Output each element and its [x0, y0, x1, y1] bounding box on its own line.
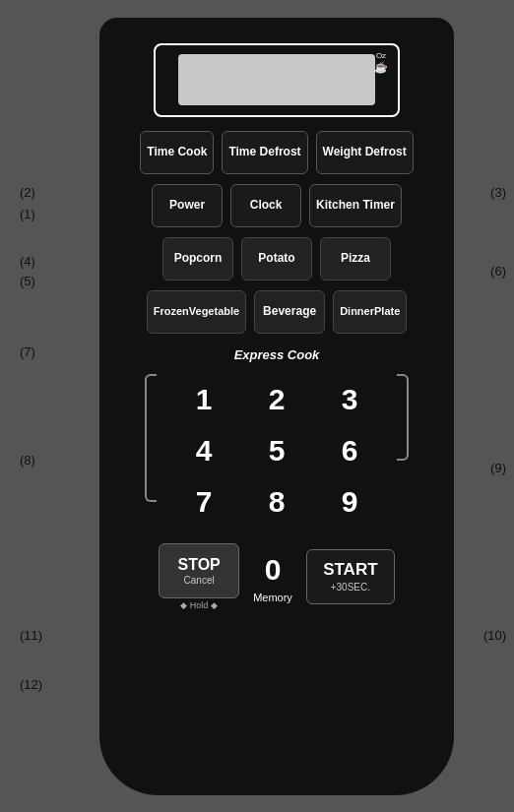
- express-cook-label: Express Cook: [129, 347, 424, 362]
- display-screen: [178, 54, 375, 105]
- popcorn-button[interactable]: Popcorn: [162, 237, 233, 281]
- microwave-panel: Oz ☕ Time Cook Time Defrost Weight Defro…: [99, 18, 454, 795]
- frozen-vegetable-button[interactable]: FrozenVegetable: [147, 290, 246, 334]
- dinner-plate-button[interactable]: DinnerPlate: [333, 290, 407, 334]
- pizza-button[interactable]: Pizza: [320, 237, 391, 281]
- annotation-9: (9): [490, 461, 506, 475]
- power-button[interactable]: Power: [152, 184, 223, 227]
- num-9-button[interactable]: 9: [322, 480, 377, 524]
- numpad-row2: 4 5 6: [129, 425, 424, 476]
- annotation-11: (11): [20, 628, 42, 643]
- num-5-button[interactable]: 5: [249, 429, 304, 472]
- clock-button[interactable]: Clock: [230, 184, 301, 227]
- hold-icon-left: ◆: [180, 600, 187, 610]
- annotation-4: (4): [20, 254, 35, 269]
- num-0-button[interactable]: 0: [265, 550, 282, 590]
- numpad-area: 1 2 3 4 5 6 7 8 9: [129, 374, 424, 528]
- weight-defrost-button[interactable]: Weight Defrost: [316, 131, 414, 174]
- cup-icon: ☕: [374, 61, 388, 74]
- potato-button[interactable]: Potato: [241, 237, 312, 281]
- annotation-12: (12): [20, 677, 42, 692]
- display-area: Oz ☕: [154, 43, 400, 117]
- hold-area: ◆ Hold ◆: [180, 600, 219, 610]
- annotation-1: (1): [20, 207, 35, 221]
- stop-text: STOP: [177, 556, 220, 574]
- num-6-button[interactable]: 6: [322, 429, 377, 472]
- time-cook-button[interactable]: Time Cook: [140, 131, 214, 174]
- time-defrost-button[interactable]: Time Defrost: [222, 131, 307, 174]
- start-text: START: [323, 560, 377, 580]
- bottom-row: STOP Cancel ◆ Hold ◆ 0 Memory START +30S…: [129, 543, 424, 610]
- row4: FrozenVegetable Beverage DinnerPlate: [129, 290, 424, 334]
- memory-label: Memory: [253, 592, 292, 603]
- numpad-row1: 1 2 3: [129, 374, 424, 425]
- row1: Time Cook Time Defrost Weight Defrost: [129, 131, 424, 174]
- plus30-text: +30SEC.: [331, 582, 370, 593]
- annotation-2: (2): [20, 185, 35, 200]
- beverage-button[interactable]: Beverage: [254, 290, 325, 334]
- cancel-text: Cancel: [184, 575, 215, 586]
- numpad-bracket-left: [145, 374, 157, 502]
- num-8-button[interactable]: 8: [249, 480, 304, 524]
- display-oz: Oz ☕: [374, 51, 388, 74]
- start-button[interactable]: START +30SEC.: [306, 549, 395, 604]
- hold-label: Hold: [190, 600, 209, 610]
- annotation-6: (6): [490, 264, 506, 279]
- kitchen-timer-button[interactable]: Kitchen Timer: [309, 184, 402, 227]
- annotation-7: (7): [20, 344, 35, 359]
- oz-label: Oz: [376, 51, 386, 60]
- num-3-button[interactable]: 3: [322, 378, 377, 421]
- row3: Popcorn Potato Pizza: [129, 237, 424, 281]
- numpad-row3: 7 8 9: [129, 476, 424, 528]
- row2: Power Clock Kitchen Timer: [129, 184, 424, 227]
- stop-cancel-button[interactable]: STOP Cancel: [159, 543, 239, 598]
- annotation-3: (3): [490, 185, 506, 200]
- annotation-10: (10): [483, 628, 506, 643]
- num-7-button[interactable]: 7: [176, 480, 231, 524]
- num-2-button[interactable]: 2: [249, 378, 304, 421]
- annotation-8: (8): [20, 453, 35, 468]
- hold-icon-right: ◆: [211, 600, 218, 610]
- annotation-5: (5): [20, 274, 35, 288]
- stop-area: STOP Cancel ◆ Hold ◆: [159, 543, 239, 610]
- num-4-button[interactable]: 4: [176, 429, 231, 472]
- zero-memory-area: 0 Memory: [253, 550, 292, 603]
- numpad-bracket-right: [397, 374, 409, 461]
- panel-wrapper: (2) (1) (4) (5) (7) (8) (11) (12) (3) (6…: [0, 0, 514, 812]
- num-1-button[interactable]: 1: [176, 378, 231, 421]
